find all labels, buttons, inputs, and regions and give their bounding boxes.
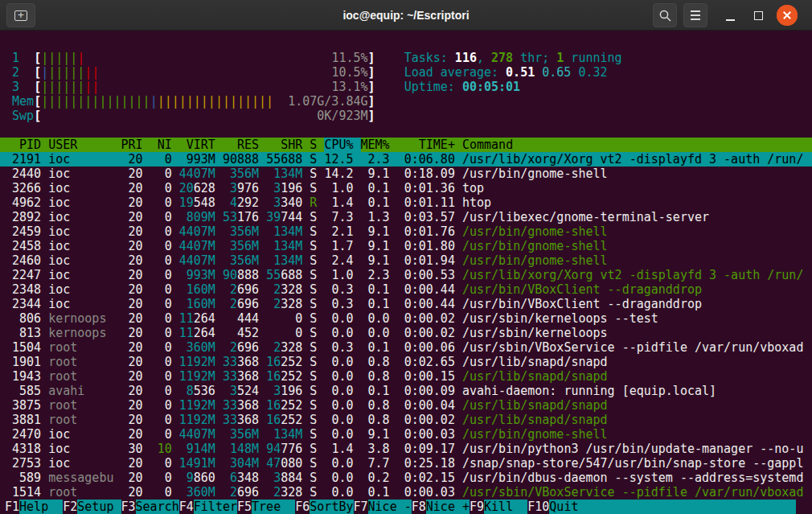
fnkey-f3[interactable]: F3Search (121, 500, 179, 514)
process-row[interactable]: 1943 root 20 0 1192M 33368 16252 S 0.0 0… (0, 369, 812, 384)
process-row[interactable]: 2247 ioc 20 0 993M 90888 55688 S 1.0 2.3… (0, 268, 812, 282)
process-row[interactable]: 2470 ioc 20 0 4407M 356M 134M S 0.0 9.1 … (0, 427, 812, 442)
col-header-mem[interactable]: MEM% (361, 138, 397, 152)
time: 0:01.94 (397, 253, 462, 268)
pid: 1943 (5, 369, 48, 384)
shr: 3 (266, 181, 281, 195)
virt: 4407M (179, 224, 215, 239)
fnkey-f6[interactable]: F6SortBy (295, 500, 353, 514)
col-header-pid[interactable]: PID (5, 138, 48, 152)
process-row[interactable]: 2440 ioc 20 0 4407M 356M 134M S 14.2 9.1… (0, 167, 812, 181)
menu-button[interactable] (683, 3, 707, 27)
fnkey-label: F8 (412, 500, 426, 514)
cpu-pct: 0.0 (324, 471, 360, 485)
time: 0:00.02 (397, 326, 462, 340)
shr: 55 (266, 268, 281, 282)
col-header-time[interactable]: TIME+ (397, 138, 462, 152)
process-table-header[interactable]: PID USER PRI NI VIRT RES SHR S CPU% MEM%… (0, 138, 812, 152)
process-row[interactable]: 2191 ioc 20 0 993M 90888 55688 S 12.5 2.… (0, 152, 812, 167)
shr: 134M (266, 167, 302, 181)
cpu-pct: 2.1 (324, 224, 360, 239)
meter-label: 1 (5, 51, 34, 65)
command: /usr/sbin/VBoxService --pidfile /var/run… (462, 485, 803, 500)
user: root (48, 413, 121, 427)
minimize-button[interactable] (720, 5, 740, 26)
shr-low: 328 (281, 485, 302, 500)
fnkey-f10[interactable]: F10Quit (527, 500, 593, 514)
maximize-button[interactable] (748, 5, 769, 26)
time: 0:00.53 (397, 268, 462, 282)
nice: 0 (150, 181, 179, 195)
process-row[interactable]: 2458 ioc 20 0 4407M 356M 134M S 1.7 9.1 … (0, 239, 812, 253)
col-header-shr[interactable]: SHR (266, 138, 310, 152)
fnkey-action: SortBy (310, 500, 353, 514)
col-header-ni[interactable]: NI (150, 138, 179, 152)
fnkey-label: F10 (527, 500, 549, 514)
process-row[interactable]: 2459 ioc 20 0 4407M 356M 134M S 2.1 9.1 … (0, 224, 812, 239)
res: 6 (223, 471, 237, 485)
fnkey-f7[interactable]: F7Nice - (354, 500, 412, 514)
mem-pct: 9.1 (361, 239, 397, 253)
process-row[interactable]: 3266 ioc 20 0 20628 3976 3196 S 1.0 0.1 … (0, 181, 812, 195)
cpu-pct: 1.4 (324, 195, 360, 210)
process-row[interactable]: 2753 ioc 20 0 1491M 304M 47080 S 0.0 7.7… (0, 456, 812, 471)
fnkey-action: Setup (77, 500, 121, 514)
fnkey-f4[interactable]: F4Filter (179, 500, 237, 514)
process-row[interactable]: 3881 root 20 0 1192M 33368 16252 S 0.0 0… (0, 413, 812, 427)
shr: 94 (266, 442, 281, 456)
process-row[interactable]: 2344 ioc 20 0 160M 2696 2328 S 0.3 0.1 0… (0, 297, 812, 311)
mem-pct: 0.1 (361, 340, 397, 355)
process-row[interactable]: 1504 root 20 0 360M 2696 2328 S 0.3 0.1 … (0, 340, 812, 355)
nice: 0 (150, 369, 179, 384)
close-button[interactable] (777, 5, 798, 26)
fnkey-f1[interactable]: F1Help (5, 500, 63, 514)
res: 356M (223, 167, 259, 181)
process-row[interactable]: 4318 ioc 30 10 914M 148M 94776 S 1.4 3.8… (0, 442, 812, 456)
pri: 20 (121, 355, 150, 369)
shr: 39 (266, 210, 281, 224)
col-header-s[interactable]: S (310, 138, 324, 152)
shr: 0 (266, 326, 302, 340)
search-button[interactable] (653, 3, 677, 27)
fnkey-f8[interactable]: F8Nice + (412, 500, 470, 514)
process-row[interactable]: 813 kernoops 20 0 11264 452 0 S 0.0 0.0 … (0, 326, 812, 340)
swap-meter: Swp[0K/923M] (0, 109, 812, 123)
fnkey-action: Nice - (368, 500, 412, 514)
fnkey-f9[interactable]: F9Kill (470, 500, 527, 514)
process-row[interactable]: 2348 ioc 20 0 160M 2696 2328 S 0.3 0.1 0… (0, 282, 812, 297)
process-row[interactable]: 2892 ioc 20 0 809M 53176 39744 S 7.3 1.3… (0, 210, 812, 224)
shr-low: 252 (281, 369, 302, 384)
process-row[interactable]: 2460 ioc 20 0 4407M 356M 134M S 2.4 9.1 … (0, 253, 812, 268)
mem-pct: 2.3 (361, 268, 397, 282)
fnkey-f5[interactable]: F5Tree (237, 500, 295, 514)
user: ioc (48, 427, 121, 442)
virt: 360M (179, 340, 215, 355)
state: S (310, 224, 324, 239)
process-row[interactable]: 1514 root 20 0 360M 2696 2328 S 0.0 0.1 … (0, 485, 812, 500)
command: /usr/bin/dbus-daemon --system --address=… (462, 471, 803, 485)
col-header-command[interactable]: Command (462, 138, 513, 152)
user: ioc (48, 268, 121, 282)
user: ioc (48, 152, 121, 167)
shr-low: 688 (281, 152, 302, 167)
nice: 0 (150, 485, 179, 500)
col-header-virt[interactable]: VIRT (179, 138, 223, 152)
fnkey-f2[interactable]: F2Setup (63, 500, 121, 514)
shr-low: 252 (281, 355, 302, 369)
col-header-user[interactable]: USER (48, 138, 121, 152)
cpu-pct: 0.0 (324, 485, 360, 500)
col-header-cpu[interactable]: CPU% (324, 138, 360, 152)
cpu-pct: 7.3 (324, 210, 360, 224)
res: 4 (223, 195, 237, 210)
process-row[interactable]: 589 messagebu 20 0 9860 6348 3884 S 0.0 … (0, 471, 812, 485)
process-row[interactable]: 585 avahi 20 0 8536 3524 3196 S 0.0 0.1 … (0, 384, 812, 398)
process-row[interactable]: 1901 root 20 0 1192M 33368 16252 S 0.0 0… (0, 355, 812, 369)
process-row[interactable]: 4962 ioc 20 0 19548 4292 3340 R 1.4 0.1 … (0, 195, 812, 210)
col-header-pri[interactable]: PRI (121, 138, 150, 152)
cpu-pct: 1.0 (324, 268, 360, 282)
state: S (310, 210, 324, 224)
mem-pct: 0.1 (361, 181, 397, 195)
col-header-res[interactable]: RES (223, 138, 266, 152)
process-row[interactable]: 806 kernoops 20 0 11264 444 0 S 0.0 0.0 … (0, 311, 812, 326)
process-row[interactable]: 3875 root 20 0 1192M 33368 16252 S 0.0 0… (0, 398, 812, 413)
